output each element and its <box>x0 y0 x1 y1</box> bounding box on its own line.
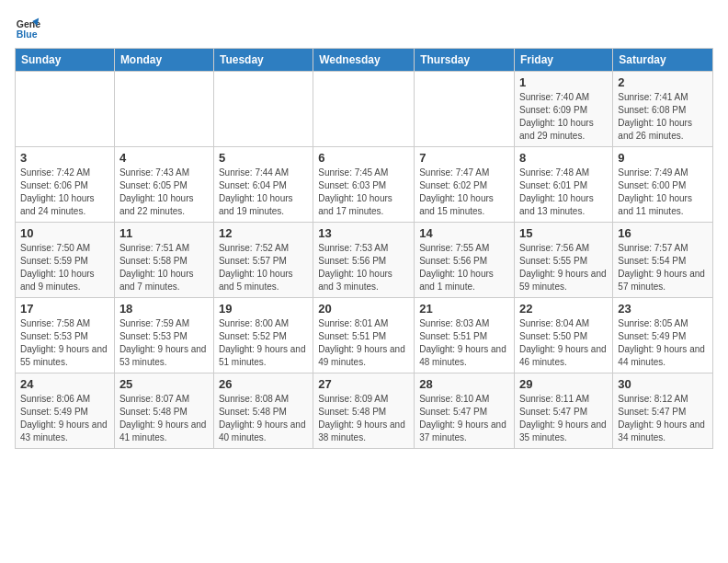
day-info: Sunrise: 7:43 AMSunset: 6:05 PMDaylight:… <box>119 167 209 218</box>
day-info: Sunrise: 8:00 AMSunset: 5:52 PMDaylight:… <box>219 317 308 369</box>
day-info-line: Sunrise: 7:50 AM <box>20 243 90 253</box>
day-number: 1 <box>519 75 608 89</box>
day-info-line: Sunset: 5:47 PM <box>419 407 487 417</box>
calendar-cell: 22Sunrise: 8:04 AMSunset: 5:50 PMDayligh… <box>515 298 613 373</box>
weekday-header: Sunday <box>16 49 115 72</box>
day-info: Sunrise: 8:09 AMSunset: 5:48 PMDaylight:… <box>318 393 409 444</box>
day-info-line: Sunrise: 8:10 AM <box>419 394 489 404</box>
day-info: Sunrise: 8:07 AMSunset: 5:48 PMDaylight:… <box>119 393 209 444</box>
day-number: 18 <box>119 302 209 316</box>
calendar-cell: 7Sunrise: 7:47 AMSunset: 6:02 PMDaylight… <box>415 147 515 223</box>
day-info-line: Daylight: 10 hours and 22 minutes. <box>119 193 194 216</box>
day-number: 27 <box>318 377 409 391</box>
day-info: Sunrise: 7:56 AMSunset: 5:55 PMDaylight:… <box>519 242 608 293</box>
calendar-cell: 15Sunrise: 7:56 AMSunset: 5:55 PMDayligh… <box>515 223 613 298</box>
calendar-cell: 11Sunrise: 7:51 AMSunset: 5:58 PMDayligh… <box>114 223 213 298</box>
day-info-line: Sunset: 5:53 PM <box>119 331 188 341</box>
calendar-cell: 17Sunrise: 7:58 AMSunset: 5:53 PMDayligh… <box>16 298 115 373</box>
calendar-header: SundayMondayTuesdayWednesdayThursdayFrid… <box>16 49 713 72</box>
day-info-line: Sunset: 5:57 PM <box>219 256 287 266</box>
day-info-line: Sunset: 5:51 PM <box>419 331 487 341</box>
calendar-cell: 4Sunrise: 7:43 AMSunset: 6:05 PMDaylight… <box>114 147 213 223</box>
day-number: 19 <box>219 302 308 316</box>
day-info: Sunrise: 7:42 AMSunset: 6:06 PMDaylight:… <box>20 167 109 218</box>
day-info-line: Sunset: 6:09 PM <box>519 105 587 115</box>
day-info-line: Sunrise: 7:49 AM <box>618 167 688 178</box>
day-info-line: Sunrise: 8:05 AM <box>618 318 688 328</box>
day-info: Sunrise: 7:40 AMSunset: 6:09 PMDaylight:… <box>519 91 608 143</box>
day-info-line: Sunrise: 7:59 AM <box>119 318 189 328</box>
day-info-line: Sunset: 5:48 PM <box>119 407 188 417</box>
calendar-cell <box>213 72 313 147</box>
day-info-line: Sunrise: 7:44 AM <box>219 167 289 178</box>
calendar-cell: 25Sunrise: 8:07 AMSunset: 5:48 PMDayligh… <box>114 373 213 449</box>
day-info-line: Sunset: 5:55 PM <box>519 256 587 266</box>
calendar-cell: 9Sunrise: 7:49 AMSunset: 6:00 PMDaylight… <box>613 147 713 223</box>
day-info-line: Sunset: 6:00 PM <box>618 180 686 190</box>
day-info-line: Sunrise: 7:53 AM <box>318 243 388 253</box>
day-info-line: Daylight: 9 hours and 48 minutes. <box>419 344 506 367</box>
day-number: 17 <box>20 302 109 316</box>
day-info: Sunrise: 8:10 AMSunset: 5:47 PMDaylight:… <box>419 393 509 444</box>
calendar-cell: 3Sunrise: 7:42 AMSunset: 6:06 PMDaylight… <box>16 147 115 223</box>
day-info-line: Sunset: 5:56 PM <box>419 256 487 266</box>
weekday-header: Wednesday <box>313 49 415 72</box>
day-info-line: Sunrise: 7:40 AM <box>519 92 589 102</box>
calendar-cell: 20Sunrise: 8:01 AMSunset: 5:51 PMDayligh… <box>313 298 415 373</box>
calendar-cell: 23Sunrise: 8:05 AMSunset: 5:49 PMDayligh… <box>613 298 713 373</box>
calendar-week-row: 3Sunrise: 7:42 AMSunset: 6:06 PMDaylight… <box>16 147 713 223</box>
day-info-line: Daylight: 9 hours and 40 minutes. <box>219 419 306 442</box>
day-info-line: Daylight: 10 hours and 29 minutes. <box>519 118 594 141</box>
day-info: Sunrise: 7:58 AMSunset: 5:53 PMDaylight:… <box>20 317 109 369</box>
day-number: 7 <box>419 151 509 165</box>
day-info-line: Daylight: 9 hours and 34 minutes. <box>618 419 705 442</box>
day-info-line: Sunrise: 8:03 AM <box>419 318 489 328</box>
day-info: Sunrise: 8:05 AMSunset: 5:49 PMDaylight:… <box>618 317 708 369</box>
day-info-line: Daylight: 9 hours and 35 minutes. <box>519 419 607 442</box>
calendar-body: 1Sunrise: 7:40 AMSunset: 6:09 PMDaylight… <box>16 72 713 449</box>
day-info: Sunrise: 7:57 AMSunset: 5:54 PMDaylight:… <box>618 242 708 293</box>
day-info-line: Daylight: 9 hours and 57 minutes. <box>618 269 705 292</box>
day-info-line: Daylight: 9 hours and 59 minutes. <box>519 269 607 292</box>
day-info-line: Sunset: 5:50 PM <box>519 331 587 341</box>
day-info-line: Daylight: 9 hours and 51 minutes. <box>219 344 306 367</box>
day-info-line: Sunset: 5:54 PM <box>618 256 686 266</box>
day-number: 30 <box>618 377 708 391</box>
day-info-line: Sunset: 5:49 PM <box>618 331 686 341</box>
day-info-line: Daylight: 10 hours and 11 minutes. <box>618 193 692 216</box>
calendar-cell: 2Sunrise: 7:41 AMSunset: 6:08 PMDaylight… <box>613 72 713 147</box>
day-info: Sunrise: 7:59 AMSunset: 5:53 PMDaylight:… <box>119 317 209 369</box>
day-number: 10 <box>20 226 109 240</box>
day-info: Sunrise: 7:48 AMSunset: 6:01 PMDaylight:… <box>519 167 608 218</box>
day-info-line: Sunset: 5:56 PM <box>318 256 386 266</box>
day-info: Sunrise: 7:55 AMSunset: 5:56 PMDaylight:… <box>419 242 509 293</box>
day-info-line: Sunrise: 8:07 AM <box>119 394 189 404</box>
calendar-cell <box>16 72 115 147</box>
day-info-line: Sunset: 5:48 PM <box>318 407 386 417</box>
day-number: 25 <box>119 377 209 391</box>
day-info-line: Sunset: 5:59 PM <box>20 256 88 266</box>
day-info: Sunrise: 7:50 AMSunset: 5:59 PMDaylight:… <box>20 242 109 293</box>
day-info: Sunrise: 8:01 AMSunset: 5:51 PMDaylight:… <box>318 317 409 369</box>
weekday-header: Saturday <box>613 49 713 72</box>
day-info-line: Daylight: 9 hours and 43 minutes. <box>20 419 108 442</box>
calendar-cell: 10Sunrise: 7:50 AMSunset: 5:59 PMDayligh… <box>16 223 115 298</box>
day-info-line: Daylight: 10 hours and 17 minutes. <box>318 193 392 216</box>
calendar-week-row: 24Sunrise: 8:06 AMSunset: 5:49 PMDayligh… <box>16 373 713 449</box>
day-number: 2 <box>618 75 708 89</box>
weekday-header: Monday <box>114 49 213 72</box>
day-info-line: Daylight: 10 hours and 13 minutes. <box>519 193 594 216</box>
day-number: 3 <box>20 151 109 165</box>
day-info-line: Sunset: 5:52 PM <box>219 331 287 341</box>
weekday-header: Thursday <box>415 49 515 72</box>
calendar-cell: 12Sunrise: 7:52 AMSunset: 5:57 PMDayligh… <box>213 223 313 298</box>
day-info: Sunrise: 8:03 AMSunset: 5:51 PMDaylight:… <box>419 317 509 369</box>
calendar-week-row: 10Sunrise: 7:50 AMSunset: 5:59 PMDayligh… <box>16 223 713 298</box>
day-info: Sunrise: 7:53 AMSunset: 5:56 PMDaylight:… <box>318 242 409 293</box>
day-info: Sunrise: 7:49 AMSunset: 6:00 PMDaylight:… <box>618 167 708 218</box>
day-info-line: Daylight: 10 hours and 9 minutes. <box>20 269 95 292</box>
calendar-cell: 5Sunrise: 7:44 AMSunset: 6:04 PMDaylight… <box>213 147 313 223</box>
day-info-line: Sunrise: 8:11 AM <box>519 394 589 404</box>
day-info-line: Daylight: 10 hours and 5 minutes. <box>219 269 293 292</box>
day-info-line: Sunrise: 8:08 AM <box>219 394 289 404</box>
